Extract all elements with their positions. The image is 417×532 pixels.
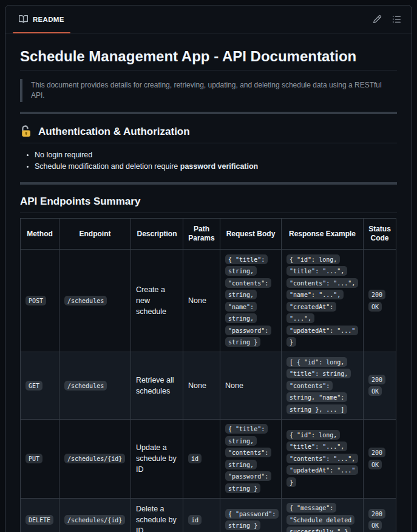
list-unordered-icon — [392, 15, 401, 24]
method-badge: DELETE — [25, 515, 53, 525]
request-body-code: { "password": string } — [225, 509, 279, 531]
pencil-icon — [373, 15, 382, 24]
request-body-code: { "title": string, "contents": string, "… — [225, 254, 271, 347]
tab-actions — [369, 5, 404, 33]
active-tab-indicator — [13, 32, 70, 33]
response-example-code: { "message": "Schedule deleted successfu… — [286, 503, 354, 532]
endpoints-table: Method Endpoint Description Path Params … — [20, 218, 396, 532]
col-header-response-example: Response Example — [282, 219, 364, 250]
col-header-description: Description — [131, 219, 183, 250]
unlock-icon — [20, 125, 33, 138]
col-header-status-code: Status Code — [364, 219, 396, 250]
list-item: Schedule modification and deletion requi… — [35, 161, 397, 172]
list-item: No login required — [35, 149, 397, 161]
status-code-badge: 200 OK — [368, 448, 385, 469]
method-badge: GET — [25, 381, 42, 390]
response-example-code: { "id": long, "title": "...", "contents"… — [286, 254, 358, 347]
endpoint-path: /schedules/{id} — [64, 515, 125, 525]
endpoint-path: /schedules — [64, 296, 107, 305]
section-divider — [20, 112, 397, 114]
response-example-code: [ { "id": long, "title": string, "conten… — [286, 357, 351, 414]
tab-readme-label: README — [33, 16, 64, 23]
path-params-value: None — [188, 381, 206, 390]
request-body-value: None — [225, 381, 243, 390]
table-row: PUT /schedules/{id} Update a schedule by… — [21, 419, 396, 498]
auth-heading: Authentication & Authorization — [20, 125, 397, 143]
endpoint-description: Delete a schedule by ID — [136, 505, 177, 532]
password-verification-emphasis: password verification — [180, 162, 259, 171]
col-header-request-body: Request Body — [220, 219, 282, 250]
readme-panel: README Schedule Management App - — [5, 5, 412, 532]
path-params-value: None — [188, 296, 206, 305]
endpoints-heading-text: API Endpoints Summary — [20, 196, 140, 208]
endpoint-path: /schedules/{id} — [64, 454, 125, 463]
table-row: POST /schedules Create a new schedule No… — [21, 250, 396, 352]
endpoint-description: Retrieve all schedules — [136, 376, 174, 395]
status-code-badge: 200 OK — [368, 509, 385, 531]
table-row: GET /schedules Retrieve all schedules No… — [21, 352, 396, 420]
endpoints-heading: API Endpoints Summary — [20, 196, 397, 213]
page-title: Schedule Management App - API Documentat… — [20, 48, 397, 70]
section-divider — [20, 182, 397, 185]
book-icon — [19, 15, 28, 24]
path-params-code: id — [188, 454, 202, 463]
intro-quote-text: This document provides details for creat… — [31, 80, 392, 101]
readme-content: Schedule Management App - API Documentat… — [5, 48, 412, 532]
method-badge: POST — [25, 296, 46, 305]
auth-heading-text: Authentication & Authorization — [38, 126, 190, 138]
endpoint-description: Update a schedule by ID — [136, 443, 177, 474]
auth-bullet-list: No login required Schedule modification … — [20, 149, 397, 172]
status-code-badge: 200 OK — [368, 290, 385, 312]
request-body-code: { "title": string, "contents": string, "… — [225, 424, 271, 493]
path-params-code: id — [188, 515, 202, 525]
endpoint-path: /schedules — [64, 381, 107, 390]
response-example-code: { "id": long, "title": "...", "contents"… — [286, 430, 358, 487]
table-header-row: Method Endpoint Description Path Params … — [21, 219, 396, 250]
method-badge: PUT — [25, 454, 42, 463]
col-header-path-params: Path Params — [183, 219, 220, 250]
status-code-badge: 200 OK — [368, 375, 385, 397]
edit-readme-button[interactable] — [369, 12, 385, 27]
tab-readme[interactable]: README — [13, 5, 70, 33]
readme-tabbar: README — [5, 5, 412, 33]
outline-button[interactable] — [388, 12, 404, 27]
table-row: DELETE /schedules/{id} Delete a schedule… — [21, 498, 396, 532]
intro-quote: This document provides details for creat… — [20, 79, 397, 102]
col-header-endpoint: Endpoint — [59, 219, 131, 250]
endpoint-description: Create a new schedule — [136, 285, 166, 316]
col-header-method: Method — [21, 219, 59, 250]
